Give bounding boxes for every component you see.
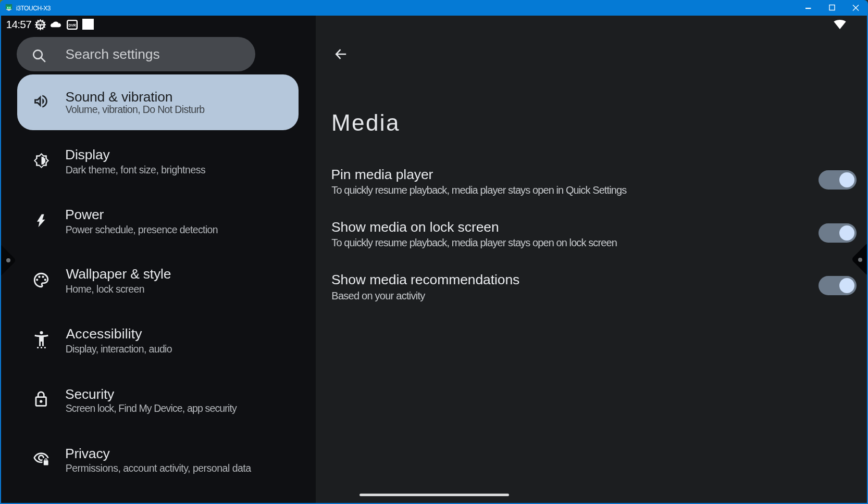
svg-text:DVR: DVR [68, 23, 76, 27]
